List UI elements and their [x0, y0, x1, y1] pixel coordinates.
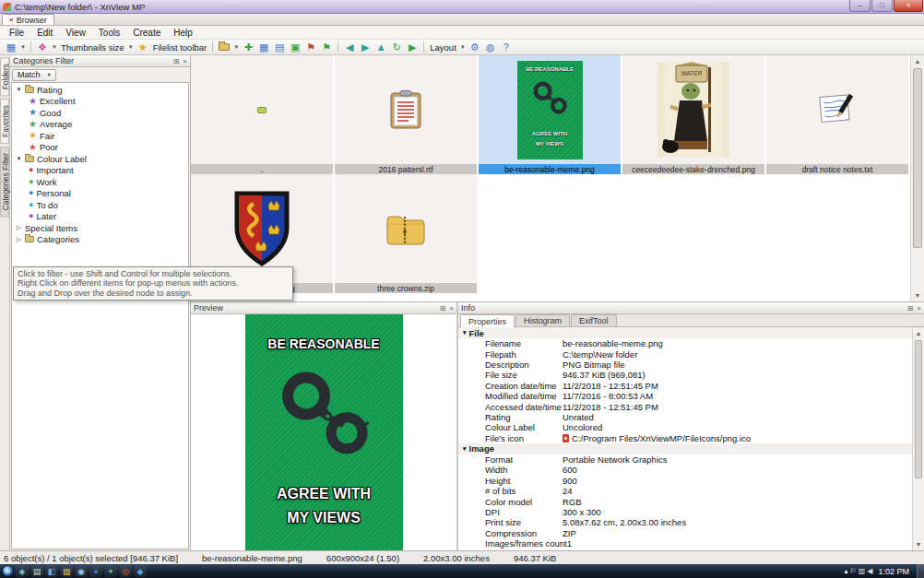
menu-item[interactable]: Edit — [30, 28, 59, 38]
image-icon[interactable]: ▣ — [288, 40, 302, 54]
dropdown-icon[interactable]: ▾ — [459, 40, 467, 54]
tab-exiftool[interactable]: ExifTool — [571, 314, 617, 326]
tab-properties[interactable]: Properties — [460, 314, 515, 327]
scroll-down-icon[interactable]: ▼ — [911, 289, 924, 301]
panel-close-icon[interactable]: × — [183, 57, 187, 65]
categories-filter-header[interactable]: Categories Filter ⊞ × — [10, 55, 190, 67]
expander-icon[interactable]: ▾ — [463, 329, 467, 336]
info-header[interactable]: Info ⊞ × — [458, 302, 924, 314]
panel-close-icon[interactable]: × — [917, 304, 921, 313]
tab-histogram[interactable]: Histogram — [515, 314, 570, 326]
close-button[interactable]: × — [894, 0, 923, 12]
rating-filter-item[interactable]: ★ Excellent — [12, 96, 188, 108]
scroll-down-icon[interactable]: ▼ — [913, 538, 924, 550]
star-icon[interactable]: ★ — [136, 40, 150, 54]
dropdown-icon[interactable]: ▾ — [19, 40, 27, 54]
browser-view-icon[interactable]: ▦ — [4, 40, 18, 54]
scrollbar-thumb[interactable] — [913, 68, 922, 248]
tray-icon[interactable]: ▥ — [859, 567, 866, 575]
dock-tab-folders[interactable]: Folders — [0, 57, 9, 96]
dock-tab-categories-filter[interactable]: Categories Filter — [0, 147, 9, 217]
maximize-button[interactable]: □ — [871, 0, 893, 12]
show-desktop-button[interactable] — [917, 564, 924, 578]
dropdown-icon[interactable]: ▾ — [51, 40, 58, 54]
filelist-toolbar-button[interactable]: Filelist toolbar — [151, 42, 209, 53]
new-folder-icon[interactable]: ✚ — [241, 40, 255, 54]
layout-button[interactable]: Layout — [428, 42, 458, 53]
section-image[interactable]: ▾ Image — [458, 443, 912, 454]
browser-scrollbar[interactable]: ▲ ▼ — [910, 55, 924, 301]
file-cell-txt[interactable]: draft notice notes.txt — [766, 55, 910, 174]
tree-item-categories[interactable]: ▷ Categories — [12, 234, 188, 246]
preview-header[interactable]: Preview ⊞ × — [191, 302, 456, 314]
taskbar-app-icon[interactable]: ✦ — [104, 565, 117, 577]
slideshow-icon[interactable]: ▶ — [405, 40, 420, 54]
colour-filter-item[interactable]: ● Personal — [12, 188, 188, 200]
dropdown-icon[interactable]: ▾ — [232, 40, 240, 54]
tab-browser[interactable]: × Browser — [2, 14, 54, 25]
expander-icon[interactable]: ▾ — [16, 86, 22, 93]
settings-gear-icon[interactable]: ⚙ — [468, 40, 482, 54]
taskbar-app-icon[interactable]: ▤ — [30, 565, 43, 577]
file-browser[interactable]: .. — [191, 55, 924, 302]
tray-icon[interactable]: ▴ — [845, 567, 848, 575]
tray-icon[interactable]: ⚐ — [850, 567, 857, 575]
view-list-icon[interactable]: ▤ — [272, 40, 287, 54]
folder-icon[interactable] — [219, 43, 230, 51]
colour-filter-item[interactable]: ● To do — [12, 199, 188, 211]
colour-filter-item[interactable]: ● Later — [12, 211, 188, 223]
back-icon[interactable]: ◀ — [342, 40, 357, 54]
expander-icon[interactable]: ▾ — [16, 155, 22, 162]
taskbar-app-icon[interactable]: ◎ — [119, 565, 132, 577]
section-file[interactable]: ▾ File — [458, 327, 912, 338]
globe-icon[interactable]: ◍ — [483, 40, 498, 54]
colour-filter-item[interactable]: ● Important — [12, 165, 188, 177]
scrollbar-thumb[interactable] — [915, 340, 922, 478]
title-bar[interactable]: C:\temp\New folder\ - XnView MP – □ × — [0, 0, 924, 14]
rating-filter-item[interactable]: ★ Good — [12, 107, 188, 119]
menu-item[interactable]: File — [3, 28, 30, 38]
dropdown-icon[interactable]: ▾ — [127, 40, 135, 54]
dock-float-icon[interactable]: ⊞ — [907, 304, 914, 313]
taskbar-app-icon[interactable]: ◈ — [16, 565, 29, 577]
dock-float-icon[interactable]: ⊞ — [440, 304, 446, 313]
thumbnails-size-button[interactable]: Thumbnails size — [59, 42, 126, 53]
flag-red-icon[interactable]: ⚑ — [303, 40, 318, 54]
tree-item-rating[interactable]: ▾ Rating — [12, 84, 188, 96]
colour-filter-item[interactable]: ● Work — [12, 176, 188, 188]
categories-tree[interactable]: ▾ Rating ★ Excellent ★ Good — [11, 82, 189, 549]
up-icon[interactable]: ▲ — [373, 40, 388, 54]
expander-icon[interactable]: ▾ — [463, 445, 467, 453]
forward-icon[interactable]: ▶ — [358, 40, 373, 54]
match-dropdown[interactable]: Match ▾ — [12, 69, 56, 81]
panel-close-icon[interactable]: × — [449, 304, 454, 313]
file-cell-watertower[interactable]: WATER — [622, 55, 766, 174]
help-icon[interactable]: ? — [499, 40, 514, 54]
file-cell-meme-selected[interactable]: BE REASONABLE — [479, 55, 622, 174]
menu-item[interactable]: Help — [167, 28, 199, 38]
scroll-up-icon[interactable]: ▲ — [911, 55, 924, 67]
menu-item[interactable]: Tools — [92, 28, 126, 38]
tab-close-icon[interactable]: × — [9, 16, 14, 24]
start-button[interactable]: ⊞ — [2, 565, 14, 577]
tree-item-colour-label[interactable]: ▾ Colour Label — [12, 153, 188, 165]
taskbar-app-icon[interactable]: ◧ — [45, 565, 58, 577]
dock-tab-favorites[interactable]: Favorites — [0, 99, 9, 144]
taskbar-app-icon[interactable]: ◆ — [134, 565, 147, 577]
info-scrollbar[interactable]: ▲ ▼ — [912, 327, 924, 550]
tray-icon[interactable]: ◀ — [867, 567, 872, 575]
clock[interactable]: 1:02 PM — [878, 567, 909, 576]
scroll-up-icon[interactable]: ▲ — [913, 327, 924, 339]
taskbar-app-icon[interactable]: ◉ — [75, 565, 88, 577]
taskbar-app-icon[interactable]: ● — [89, 565, 102, 577]
rating-filter-item[interactable]: ★ Average — [12, 119, 188, 131]
tree-item-special-items[interactable]: ▷ Special Items — [12, 222, 188, 234]
expander-icon[interactable]: ▷ — [16, 224, 22, 231]
rating-filter-item[interactable]: ★ Poor — [12, 142, 188, 154]
flag-green-icon[interactable]: ⚑ — [319, 40, 334, 54]
dock-float-icon[interactable]: ⊞ — [173, 57, 180, 65]
refresh-icon[interactable]: ↻ — [389, 40, 404, 54]
category-tag-icon[interactable]: ❖ — [35, 40, 50, 54]
rating-filter-item[interactable]: ★ Fair — [12, 130, 188, 142]
taskbar-app-icon[interactable]: ▨ — [60, 565, 73, 577]
